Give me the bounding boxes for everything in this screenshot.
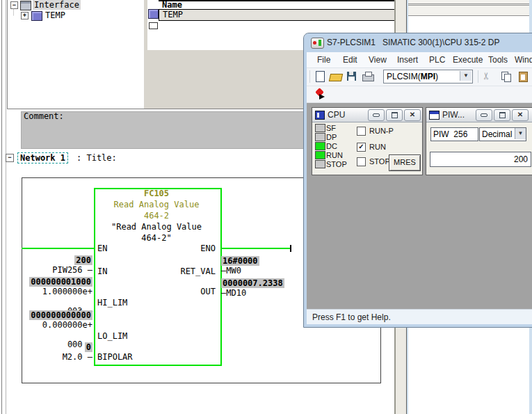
port-out: OUT xyxy=(125,287,216,296)
led-label-stop: STOP xyxy=(326,160,347,168)
collapse-box-network[interactable]: − xyxy=(6,154,14,162)
piw-window[interactable]: PIW... ✕ PIW 256 Decimal ▼ 200 xyxy=(426,107,532,175)
combobox-dropdown-button[interactable]: ▼ xyxy=(460,71,471,81)
led-label-sf: SF xyxy=(326,124,336,132)
plcsim-titlebar[interactable]: S7-PLCSIM1 SIMATIC 300(1)\CPU 315-2 DP xyxy=(304,33,532,52)
piw-minimize-button[interactable] xyxy=(476,109,492,121)
monitor-value-lo-lim: 000000000000 xyxy=(29,310,92,320)
piw-restore-button[interactable] xyxy=(494,109,510,121)
check-icon: ✓ xyxy=(358,143,364,150)
menu-window[interactable]: Window xyxy=(513,54,532,65)
piw-window-icon xyxy=(429,111,440,120)
operand-in[interactable]: PIW256 — xyxy=(52,265,92,275)
right-pane-line3 xyxy=(408,15,529,16)
checkbox-label-stop[interactable]: STOP xyxy=(369,157,390,166)
checkbox-stop[interactable] xyxy=(357,157,366,166)
restore-icon xyxy=(499,112,506,118)
operand-out[interactable]: —MD10 xyxy=(221,288,246,298)
menu-insert[interactable]: Insert xyxy=(395,54,420,65)
open-button[interactable] xyxy=(329,70,343,83)
restore-icon xyxy=(392,112,398,118)
input-bipolar[interactable]: 0 M2.0 — xyxy=(25,342,92,362)
port-bipolar: BIPOLAR xyxy=(97,352,133,362)
operand-bipolar[interactable]: M2.0 — xyxy=(63,352,92,362)
checkbox-run-p[interactable] xyxy=(357,127,366,136)
piw-format-value: Decimal xyxy=(482,129,512,139)
led-dc xyxy=(315,142,325,150)
tree-item-interface[interactable]: Interface xyxy=(33,0,81,10)
table-row-temp[interactable]: TEMP xyxy=(159,9,397,21)
port-lo-lim: LO_LIM xyxy=(97,331,127,341)
led-sf xyxy=(315,124,325,132)
connection-combobox[interactable]: PLCSIM(MPI) ▼ xyxy=(383,70,473,83)
piw-format-combobox[interactable]: Decimal ▼ xyxy=(479,127,526,141)
cpu-close-button[interactable]: ✕ xyxy=(404,109,421,121)
expand-box-temp[interactable]: + xyxy=(21,12,29,19)
piw-value-field[interactable]: 200 xyxy=(430,152,531,167)
output-out[interactable]: 0000007.2338 —MD10 xyxy=(221,278,312,298)
piw-address-field[interactable]: PIW 256 xyxy=(430,127,478,141)
checkbox-label-run[interactable]: RUN xyxy=(369,143,386,151)
piw-content: PIW 256 Decimal ▼ 200 xyxy=(426,122,532,175)
monitor-value-bipolar: 0 xyxy=(85,342,92,352)
app-icon-green-bar xyxy=(319,40,321,46)
collapse-box-interface[interactable]: − xyxy=(10,1,18,9)
output-ret-val[interactable]: 16#0000 —MW0 xyxy=(221,256,312,276)
cpu-titlebar[interactable]: CPU ✕ xyxy=(312,108,422,122)
checkbox-label-run-p[interactable]: RUN-P xyxy=(369,127,394,135)
decl-margin-fill xyxy=(147,50,159,109)
new-button[interactable] xyxy=(313,70,327,83)
minimize-icon xyxy=(373,113,380,117)
cpu-window[interactable]: CPU ✕ SF DP DC RUN xyxy=(312,107,423,175)
led-dp xyxy=(315,133,325,141)
menu-view[interactable]: View xyxy=(366,54,389,65)
operand-lo-lim-line1[interactable]: 0.000000e+ xyxy=(42,320,92,330)
checkbox-run[interactable]: ✓ xyxy=(357,143,366,152)
status-text: Press F1 to get Help. xyxy=(312,312,391,322)
operand-hi-lim-line1[interactable]: 1.000000e+ xyxy=(42,287,92,296)
decl-row-icon xyxy=(148,9,159,19)
save-button[interactable] xyxy=(345,70,359,83)
printer-page xyxy=(365,72,372,77)
monitor-value-ret-val: 16#0000 xyxy=(221,256,259,266)
plus-icon: + xyxy=(23,12,26,19)
led-label-dc: DC xyxy=(326,142,337,150)
network-label[interactable]: Network 1 xyxy=(17,152,68,164)
port-en: EN xyxy=(97,244,107,253)
monitor-value-in: 200 xyxy=(74,255,92,265)
menu-execute[interactable]: Execute xyxy=(451,54,485,65)
chevron-down-icon: ▼ xyxy=(518,130,524,136)
copy-button[interactable] xyxy=(499,70,513,83)
input-in[interactable]: 200 PIW256 — xyxy=(25,255,92,275)
led-run xyxy=(315,151,325,159)
menu-tools[interactable]: Tools xyxy=(486,54,510,65)
cpu-minimize-button[interactable] xyxy=(368,109,385,121)
format-dropdown-button[interactable]: ▼ xyxy=(515,128,526,139)
paste-icon xyxy=(519,72,528,82)
port-eno: ENO xyxy=(125,244,216,253)
right-pane-line2 xyxy=(408,5,529,6)
cpu-restore-button[interactable] xyxy=(386,109,403,121)
cut-button[interactable]: ✂ xyxy=(482,70,496,83)
plcsim-window-title: S7-PLCSIM1 SIMATIC 300(1)\CPU 315-2 DP xyxy=(327,38,500,47)
symbol-insert-button[interactable] xyxy=(315,88,328,100)
mdi-area: CPU ✕ SF DP DC RUN xyxy=(307,103,532,309)
piw-close-button[interactable]: ✕ xyxy=(512,109,529,121)
port-ret-val: RET_VAL xyxy=(125,266,216,276)
right-pane-header-band xyxy=(408,0,529,15)
print-button[interactable] xyxy=(361,70,375,83)
piw-window-title: PIW... xyxy=(442,110,465,120)
toolbar-secondary xyxy=(307,86,532,103)
menu-file[interactable]: File xyxy=(315,54,332,65)
mres-button[interactable]: MRES xyxy=(389,154,421,171)
led-stop xyxy=(315,160,325,168)
editor-window-border-inner xyxy=(6,0,6,414)
operand-ret-val[interactable]: —MW0 xyxy=(221,266,241,276)
menu-plc[interactable]: PLC xyxy=(427,54,447,65)
menu-edit[interactable]: Edit xyxy=(341,54,360,65)
cpu-content: SF DP DC RUN STOP RUN-P ✓ RUN xyxy=(312,122,422,175)
paste-button[interactable] xyxy=(517,70,531,83)
plcsim-window: S7-PLCSIM1 SIMATIC 300(1)\CPU 315-2 DP F… xyxy=(304,33,532,327)
tree-item-temp[interactable]: TEMP xyxy=(45,10,65,20)
piw-titlebar[interactable]: PIW... ✕ xyxy=(426,108,532,122)
